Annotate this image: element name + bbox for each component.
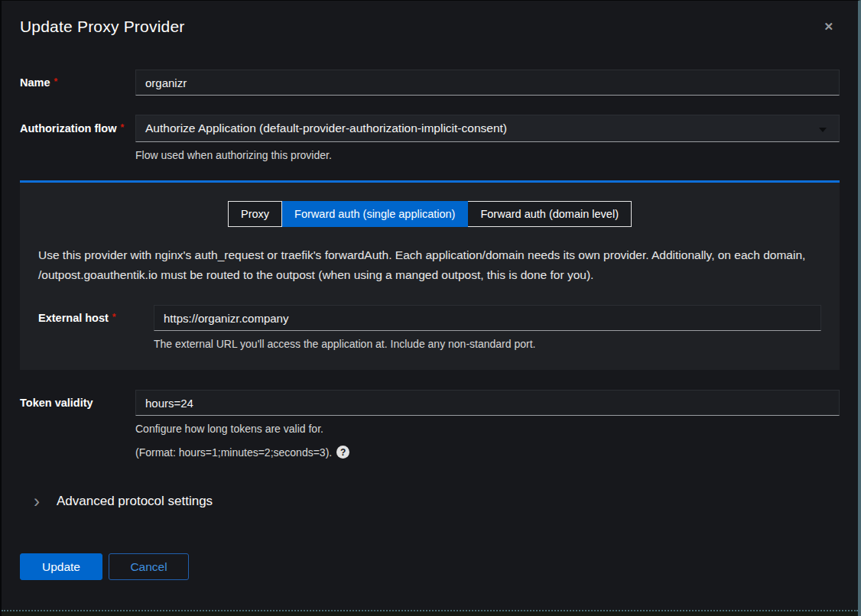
tab-forward-auth-single-application[interactable]: Forward auth (single application) [282, 201, 468, 227]
required-asterisk: * [112, 312, 116, 323]
name-label: Name* [20, 76, 135, 89]
external-host-help: The external URL you'll access the appli… [154, 338, 821, 350]
token-validity-row: Token validity Configure how long tokens… [20, 390, 840, 459]
cancel-button[interactable]: Cancel [109, 553, 189, 580]
authorization-flow-label: Authorization flow* [20, 122, 135, 135]
page-title: Update Proxy Provider [20, 18, 184, 36]
modal-body: Update Proxy Provider ✕ Name* Authorizat… [2, 1, 858, 616]
tab-forward-auth-domain-level[interactable]: Forward auth (domain level) [468, 201, 632, 227]
authorization-flow-help: Flow used when authorizing this provider… [135, 149, 840, 161]
token-validity-input[interactable] [135, 390, 840, 416]
external-host-row: External host* The external URL you'll a… [38, 305, 821, 350]
authorization-flow-select[interactable]: Authorize Application (default-provider-… [135, 115, 840, 142]
update-proxy-provider-modal: Update Proxy Provider ✕ Name* Authorizat… [0, 0, 861, 616]
chevron-down-icon [819, 128, 827, 132]
token-validity-help-line2: (Format: hours=1;minutes=2;seconds=3). ? [135, 446, 840, 459]
token-validity-label: Token validity [20, 397, 135, 409]
window-bottom-edge [2, 610, 858, 616]
external-host-label: External host* [38, 312, 154, 324]
name-row: Name* [20, 70, 840, 96]
question-circle-icon[interactable]: ? [336, 446, 349, 459]
mode-description: Use this provider with nginx's auth_requ… [38, 245, 821, 284]
update-button[interactable]: Update [20, 553, 102, 580]
advanced-protocol-settings-label: Advanced protocol settings [57, 494, 213, 509]
proxy-mode-card: Proxy Forward auth (single application) … [20, 180, 840, 370]
required-asterisk: * [120, 122, 124, 133]
chevron-right-icon: › [34, 492, 40, 511]
token-validity-help-line1: Configure how long tokens are valid for. [135, 423, 840, 435]
authorization-flow-selected-value: Authorize Application (default-provider-… [145, 122, 507, 135]
authorization-flow-row: Authorization flow* Authorize Applicatio… [20, 115, 840, 161]
proxy-mode-toggle-group: Proxy Forward auth (single application) … [38, 201, 821, 227]
modal-header: Update Proxy Provider ✕ [20, 18, 840, 36]
name-input[interactable] [135, 70, 840, 96]
external-host-input[interactable] [154, 305, 821, 331]
tab-proxy[interactable]: Proxy [228, 201, 282, 227]
close-icon[interactable]: ✕ [817, 18, 840, 35]
advanced-protocol-settings-expander[interactable]: › Advanced protocol settings [34, 492, 840, 511]
required-asterisk: * [54, 76, 58, 87]
modal-footer: Update Cancel [20, 553, 840, 580]
